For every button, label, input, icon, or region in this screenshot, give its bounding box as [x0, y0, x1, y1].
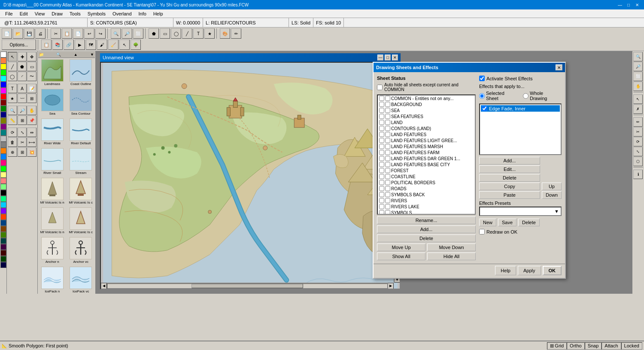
menu-help[interactable]: Help — [150, 10, 167, 17]
sym-landmass[interactable]: Landmass — [38, 58, 67, 87]
rt-edit3[interactable]: ⟳ — [633, 137, 643, 146]
tool-zoom-out[interactable]: 🔎 — [18, 106, 27, 115]
menu-info[interactable]: Info — [135, 10, 150, 17]
swatch-darkteal[interactable] — [0, 238, 6, 244]
swatch-teal[interactable] — [0, 130, 6, 136]
sym-sea-contour[interactable]: Sea Contour — [67, 88, 95, 117]
tool-delete[interactable]: 🗑 — [8, 137, 17, 147]
swatch-maroon[interactable] — [0, 250, 6, 256]
sheet-visibility-checkbox[interactable] — [385, 192, 390, 197]
tool-explode[interactable]: 💥 — [27, 147, 36, 157]
sheet-visibility-checkbox[interactable] — [385, 96, 390, 101]
swatch-vermillion[interactable] — [0, 214, 6, 220]
sheet-visibility-checkbox[interactable] — [385, 168, 390, 173]
swatch-darkpurple[interactable] — [0, 244, 6, 250]
tool-scale[interactable]: ⤡ — [18, 128, 27, 137]
menu-symbols[interactable]: Symbols — [84, 10, 109, 17]
tool-rotate[interactable]: ⟳ — [8, 128, 17, 137]
swatch-brown[interactable] — [0, 226, 6, 232]
swatch-darkred[interactable] — [0, 100, 6, 106]
sheet-item[interactable]: LAND FEATURES DAR GREEN 1... — [378, 155, 475, 161]
radio-selected-input[interactable] — [479, 93, 485, 99]
sym-icepack-n[interactable]: IcePack n — [38, 265, 67, 294]
sheet-checkbox[interactable] — [379, 186, 384, 191]
tb-redo[interactable]: ↪ — [95, 28, 106, 39]
sheet-item[interactable]: SEA FEATURES — [378, 113, 475, 119]
swatch-forestgreen[interactable] — [0, 256, 6, 262]
menu-tools[interactable]: Tools — [66, 10, 84, 17]
tb-cursor[interactable]: ↖ — [119, 40, 130, 50]
tb-open[interactable]: 📂 — [13, 28, 23, 39]
sheet-item[interactable]: LAND FEATURES FARM — [378, 149, 475, 155]
tool-path[interactable]: 〰 — [18, 94, 27, 103]
tb-save[interactable]: 💾 — [24, 28, 34, 39]
sheet-item[interactable]: POLITICAL BORDERS — [378, 180, 475, 186]
grid-toggle[interactable]: ⊞ Grid — [547, 342, 567, 350]
sym-stream[interactable]: Stream — [67, 147, 95, 176]
menu-draw[interactable]: Draw — [48, 10, 66, 17]
activate-effects-checkbox[interactable] — [479, 76, 485, 81]
presets-dropdown-arrow[interactable]: ▼ — [554, 209, 559, 214]
presets-save-btn[interactable]: Save — [498, 219, 516, 226]
sheet-item[interactable]: CONTOURS (LAND) — [378, 125, 475, 131]
swatch-orange2[interactable] — [0, 148, 6, 154]
dialog-close-btn[interactable]: ✕ — [556, 64, 562, 70]
sheet-checkbox[interactable] — [379, 114, 384, 119]
catalog-icon-4[interactable]: ▼ — [90, 52, 94, 57]
sheet-checkbox[interactable] — [379, 102, 384, 107]
sheet-item[interactable]: ROADS — [378, 186, 475, 192]
sheet-checkbox[interactable] — [379, 162, 384, 167]
swatch-azure[interactable] — [0, 202, 6, 208]
swatch-darkgreen[interactable] — [0, 106, 6, 112]
tb-cut[interactable]: ✂ — [51, 28, 61, 39]
swatch-lightgreen[interactable] — [0, 184, 6, 190]
sheet-item[interactable]: SYMBOLS BACK — [378, 192, 475, 198]
sheet-visibility-checkbox[interactable] — [385, 198, 390, 203]
swatch-gray[interactable] — [0, 142, 6, 148]
tb-new[interactable]: 📄 — [2, 28, 12, 39]
sym-volcanic-vc[interactable]: Mf Volcanic Is c — [67, 177, 95, 206]
tool-anno[interactable]: A — [18, 84, 27, 93]
sym-volcanic-n2[interactable]: Mf Volcanic Is n — [38, 206, 67, 235]
sheet-item[interactable]: COASTLINE — [378, 173, 475, 180]
hscroll-track[interactable] — [107, 283, 388, 289]
tb-fill[interactable]: 🎨 — [220, 28, 230, 39]
tb-zoom-fit[interactable]: ⬜ — [133, 28, 143, 39]
swatch-olive[interactable] — [0, 118, 6, 124]
tool-array[interactable]: ⊞ — [18, 147, 27, 157]
sheet-visibility-checkbox[interactable] — [385, 120, 390, 125]
tool-pan[interactable]: ✋ — [27, 106, 36, 115]
tool-line[interactable]: ╱ — [8, 62, 17, 71]
hscroll-left[interactable]: ◀ — [101, 283, 107, 289]
tb-draw-circle[interactable]: ◯ — [171, 28, 181, 39]
tool-arc[interactable]: ◜ — [18, 72, 27, 81]
tool-offset[interactable]: ⊕ — [8, 147, 17, 157]
snap-toggle[interactable]: Snap — [585, 342, 602, 350]
sheet-checkbox[interactable] — [379, 168, 384, 173]
sheet-visibility-checkbox[interactable] — [385, 174, 390, 179]
swatch-red[interactable] — [0, 94, 6, 100]
sym-icepack-vc[interactable]: IcePack vc — [67, 265, 95, 294]
tool-snap[interactable]: 📌 — [27, 116, 36, 125]
tool-group[interactable]: ⊞ — [27, 94, 36, 103]
tool-zoom-in[interactable]: 🔍 — [8, 106, 17, 115]
catalog-icon-3[interactable]: ▲ — [74, 52, 78, 57]
hscroll-thumb[interactable] — [191, 284, 304, 288]
menu-file[interactable]: File — [2, 10, 16, 17]
map-close-btn[interactable]: ✕ — [392, 55, 398, 61]
sheet-visibility-checkbox[interactable] — [385, 102, 390, 107]
ok-btn[interactable]: OK — [543, 266, 562, 275]
presets-delete-btn[interactable]: Delete — [518, 219, 540, 226]
sheet-checkbox[interactable] — [379, 174, 384, 179]
tb-zoom-out[interactable]: 🔎 — [122, 28, 132, 39]
effect-paste-btn[interactable]: Paste — [479, 191, 540, 199]
menu-view[interactable]: View — [31, 10, 49, 17]
rt-edit4[interactable]: ⤡ — [633, 147, 643, 156]
tool-circle[interactable]: ◯ — [8, 72, 17, 81]
sheet-visibility-checkbox[interactable] — [385, 156, 390, 161]
tb-layers[interactable]: 📚 — [52, 40, 63, 50]
effect-edge-fade-checkbox[interactable] — [482, 106, 487, 111]
swatch-pink[interactable] — [0, 160, 6, 166]
sheet-item[interactable]: LAND FEATURES — [378, 131, 475, 137]
sheet-checkbox[interactable] — [379, 126, 384, 131]
